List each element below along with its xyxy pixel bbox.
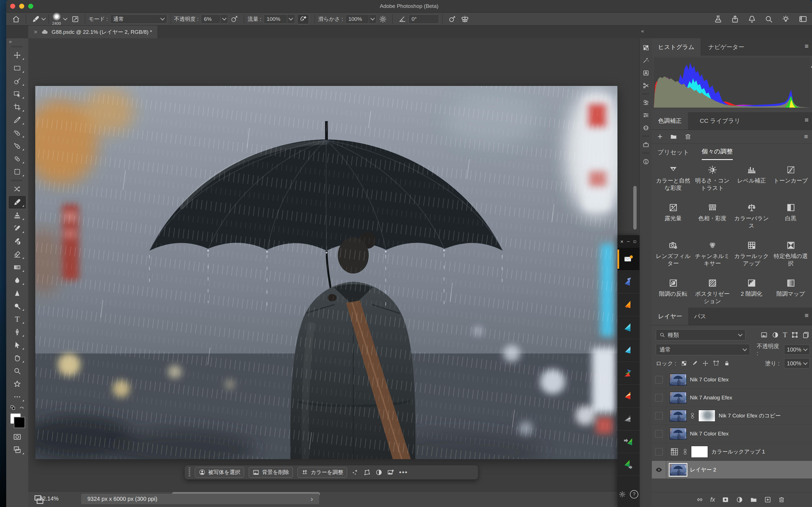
adjustment-posterize[interactable]: ポスタリゼーション bbox=[693, 276, 732, 312]
subtab-single-adjustments[interactable]: 個々の調整 bbox=[702, 147, 733, 160]
opacity-dropdown-button[interactable] bbox=[220, 14, 228, 24]
tab-navigator[interactable]: ナビゲーター bbox=[702, 38, 751, 56]
move-tool[interactable] bbox=[8, 49, 26, 62]
content-aware-move-tool[interactable] bbox=[8, 182, 26, 195]
canvas-vertical-scrollbar[interactable] bbox=[633, 186, 637, 230]
layer-mask-thumbnail[interactable] bbox=[691, 446, 708, 458]
healing-brush-tool[interactable] bbox=[8, 152, 26, 165]
color-grading-panel-icon[interactable] bbox=[643, 96, 649, 109]
eyedropper-tool[interactable] bbox=[8, 114, 26, 126]
add-image-icon[interactable] bbox=[387, 469, 395, 476]
adjustment-color-vibrance[interactable]: カラーと自然な彩度 bbox=[654, 162, 693, 198]
transform-icon[interactable] bbox=[363, 469, 371, 476]
remove-background-button[interactable]: 背景を削除 bbox=[249, 467, 293, 478]
flow-dropdown-button[interactable] bbox=[287, 14, 295, 24]
adjustment-color-lookup[interactable]: カラールックアップ bbox=[732, 238, 771, 274]
adjustment-group-folder-icon[interactable] bbox=[670, 133, 677, 140]
layer-blend-mode-select[interactable]: 通常 bbox=[656, 344, 750, 355]
pressure-size-icon[interactable] bbox=[448, 15, 456, 23]
nik-dfine-item[interactable] bbox=[617, 271, 640, 293]
layer-thumbnail[interactable] bbox=[670, 428, 687, 440]
smoothing-input[interactable]: 100% bbox=[345, 14, 369, 24]
tab-cc-libraries[interactable]: CC ライブラリ bbox=[694, 112, 747, 129]
layer-visibility-toggle[interactable] bbox=[652, 407, 666, 425]
tab-histogram[interactable]: ヒストグラム bbox=[652, 38, 701, 56]
layer-opacity-value[interactable]: 100% bbox=[784, 344, 810, 355]
zoom-tool[interactable] bbox=[8, 364, 26, 378]
smoothing-gear-icon[interactable] bbox=[379, 15, 387, 23]
filters-wand-panel-icon[interactable] bbox=[643, 54, 649, 66]
workspace-icon[interactable] bbox=[799, 15, 808, 24]
toggle-brush-panel-icon[interactable] bbox=[71, 15, 79, 23]
scissors-panel-icon[interactable] bbox=[643, 79, 649, 92]
layer-row[interactable]: Nik 7 Analog Efex bbox=[652, 389, 812, 407]
nik-perspective-in-item[interactable] bbox=[617, 431, 640, 453]
status-screen-mode-icon[interactable] bbox=[33, 494, 45, 505]
layer-thumbnail[interactable] bbox=[670, 374, 687, 386]
delete-layer-trash-icon[interactable] bbox=[778, 496, 785, 503]
layer-fill-value[interactable]: 100% bbox=[784, 358, 810, 369]
flow-input[interactable]: 100% bbox=[264, 14, 287, 24]
filter-type-layers-icon[interactable]: T bbox=[783, 331, 787, 339]
sharpen-tool[interactable] bbox=[8, 287, 26, 300]
layer-visibility-toggle[interactable] bbox=[652, 443, 666, 460]
blur-tool[interactable] bbox=[8, 274, 26, 287]
nik-dock-icon[interactable] bbox=[633, 239, 637, 244]
brush-size-chevron-icon[interactable] bbox=[63, 16, 68, 20]
select-subject-button[interactable]: 被写体を選択 bbox=[195, 467, 244, 478]
filter-pixel-layers-icon[interactable] bbox=[760, 331, 768, 339]
symmetry-butterfly-icon[interactable] bbox=[461, 15, 469, 23]
swap-colors-icon[interactable] bbox=[19, 405, 24, 410]
adjustment-color-balance[interactable]: カラーバランス bbox=[732, 200, 771, 236]
filter-adjustment-layers-icon[interactable] bbox=[772, 331, 779, 339]
close-window-button[interactable] bbox=[10, 4, 15, 9]
lock-position-icon[interactable] bbox=[702, 360, 709, 367]
discover-lightbulb-icon[interactable] bbox=[781, 15, 790, 23]
zoom-window-button[interactable] bbox=[28, 4, 33, 9]
layer-mask-thumbnail[interactable] bbox=[698, 410, 715, 421]
toolbar-grip[interactable] bbox=[11, 180, 23, 181]
adjustments-menu-icon[interactable]: ≡ bbox=[805, 117, 809, 123]
search-icon[interactable] bbox=[765, 15, 773, 23]
layer-visibility-toggle[interactable] bbox=[652, 371, 666, 388]
taskbar-more-icon[interactable]: ••• bbox=[399, 469, 408, 476]
adjustments-list-icon[interactable]: ≡ bbox=[804, 133, 808, 140]
edit-toolbar-icon[interactable] bbox=[8, 390, 26, 403]
tab-adjustments[interactable]: 色調補正 bbox=[652, 112, 688, 129]
layer-visibility-toggle[interactable] bbox=[652, 425, 666, 443]
info-panel-icon[interactable] bbox=[643, 155, 649, 168]
quick-mask-icon[interactable] bbox=[8, 431, 26, 443]
layer-comps-panel-icon[interactable] bbox=[643, 41, 649, 54]
nik-hdr-efex-item[interactable] bbox=[617, 316, 640, 339]
tab-paths[interactable]: パス bbox=[688, 307, 712, 325]
default-colors-icon[interactable] bbox=[10, 404, 16, 411]
gradient-tool[interactable] bbox=[8, 261, 26, 274]
toolbar-grip[interactable] bbox=[11, 46, 23, 47]
materials-panel-icon[interactable] bbox=[643, 138, 649, 151]
layer-filter-select[interactable]: 種類 bbox=[656, 329, 746, 341]
layer-visibility-toggle[interactable] bbox=[652, 461, 666, 478]
canvas-area[interactable]: 被写体を選択 背景を削除 カラーを調整 ••• bbox=[28, 38, 640, 507]
adjustment-curves[interactable]: トーンカーブ bbox=[771, 162, 810, 198]
adjustment-brightness-contrast[interactable]: 明るさ・コントラスト bbox=[693, 162, 732, 198]
layer-thumbnail[interactable] bbox=[670, 392, 687, 404]
layer-thumbnail[interactable] bbox=[670, 464, 687, 476]
layer-mask-link-icon[interactable] bbox=[690, 412, 695, 419]
layer-mask-link-icon[interactable] bbox=[682, 448, 688, 455]
pen-tool[interactable] bbox=[8, 326, 26, 339]
generative-wand-icon[interactable] bbox=[352, 469, 359, 476]
layer-row[interactable]: Nik 7 Color Efex bbox=[652, 425, 812, 443]
new-layer-icon[interactable] bbox=[764, 496, 771, 503]
background-color-swatch[interactable] bbox=[14, 417, 25, 428]
eraser-tool[interactable] bbox=[8, 248, 26, 261]
histogram-menu-icon[interactable]: ≡ bbox=[805, 43, 809, 50]
brush-preset-chevron-icon[interactable] bbox=[42, 16, 46, 20]
mixer-brush-tool[interactable] bbox=[8, 235, 26, 248]
selection-brush-tool[interactable] bbox=[8, 75, 26, 88]
properties-panel-icon[interactable] bbox=[643, 109, 649, 121]
subtab-presets[interactable]: プリセット bbox=[658, 148, 689, 160]
opacity-input[interactable]: 6% bbox=[201, 14, 220, 24]
spot-healing-brush-tool[interactable] bbox=[8, 126, 26, 139]
toolbar-expand-icon[interactable]: » bbox=[6, 38, 11, 45]
new-group-folder-icon[interactable] bbox=[750, 496, 757, 503]
